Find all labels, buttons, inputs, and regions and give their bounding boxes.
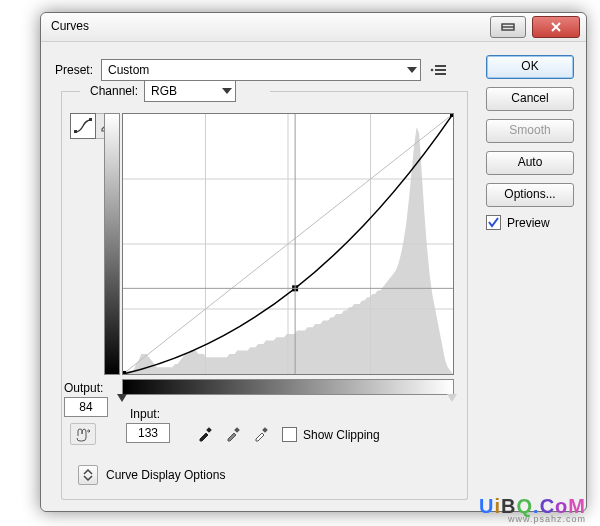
input-gradient	[122, 379, 454, 395]
cancel-button[interactable]: Cancel	[486, 87, 574, 111]
input-label: Input:	[130, 407, 170, 421]
curve-display-options-label: Curve Display Options	[106, 468, 225, 482]
svg-rect-22	[450, 114, 453, 117]
chevron-down-icon	[407, 65, 417, 75]
curve-hand-icon	[74, 426, 92, 442]
eyedropper-gray-icon	[225, 426, 241, 442]
window-title: Curves	[51, 19, 89, 33]
preset-combo[interactable]: Custom	[101, 59, 421, 81]
white-point-slider[interactable]	[447, 394, 457, 402]
titlebar[interactable]: Curves	[41, 13, 586, 42]
input-field[interactable]: 133	[126, 423, 170, 443]
chevron-down-icon	[222, 86, 232, 96]
svg-rect-11	[89, 118, 92, 121]
svg-rect-20	[123, 371, 126, 374]
minimize-button[interactable]	[490, 16, 526, 38]
curve-group: Channel: RGB	[61, 91, 468, 500]
svg-rect-25	[206, 427, 212, 433]
expand-icon	[82, 469, 94, 481]
preset-value: Custom	[102, 63, 169, 77]
eyedropper-black-icon	[197, 426, 213, 442]
ok-button[interactable]: OK	[486, 55, 574, 79]
svg-rect-26	[234, 427, 240, 433]
options-button[interactable]: Options...	[486, 183, 574, 207]
checkbox-icon	[282, 427, 297, 442]
svg-rect-27	[262, 427, 268, 433]
show-clipping-checkbox[interactable]: Show Clipping	[282, 427, 380, 442]
watermark: UiBQ.CoM www.psahz.com	[479, 495, 586, 520]
svg-marker-4	[407, 67, 417, 73]
preview-label: Preview	[507, 216, 550, 230]
eyedropper-gray-button[interactable]	[224, 425, 242, 443]
show-clipping-label: Show Clipping	[303, 428, 380, 442]
svg-point-8	[431, 69, 434, 72]
output-label: Output:	[64, 381, 108, 395]
svg-rect-10	[74, 130, 77, 133]
channel-label: Channel:	[90, 84, 138, 98]
curve-tool-icon	[74, 118, 92, 134]
output-field[interactable]: 84	[64, 397, 108, 417]
svg-marker-9	[222, 88, 232, 94]
close-button[interactable]	[532, 16, 580, 38]
channel-value: RGB	[145, 84, 197, 98]
curves-dialog: Curves OK Cancel Smooth Auto Optio	[40, 12, 587, 512]
preview-checkbox[interactable]: Preview	[486, 215, 572, 230]
checkbox-icon	[486, 215, 501, 230]
output-gradient	[104, 113, 120, 375]
eyedropper-white-icon	[253, 426, 269, 442]
smooth-button[interactable]: Smooth	[486, 119, 574, 143]
targeted-adjust-button[interactable]	[70, 423, 96, 445]
eyedropper-white-button[interactable]	[252, 425, 270, 443]
preset-menu-button[interactable]	[429, 61, 447, 79]
channel-combo[interactable]: RGB	[144, 80, 236, 102]
curve-graph[interactable]	[122, 113, 454, 375]
preset-menu-icon	[430, 63, 446, 77]
curve-display-toggle[interactable]	[78, 465, 98, 485]
auto-button[interactable]: Auto	[486, 151, 574, 175]
minimize-icon	[500, 22, 516, 32]
preset-label: Preset:	[55, 63, 93, 77]
close-icon	[549, 21, 563, 33]
eyedropper-black-button[interactable]	[196, 425, 214, 443]
black-point-slider[interactable]	[117, 394, 127, 402]
curve-point-tool-button[interactable]	[70, 113, 96, 139]
